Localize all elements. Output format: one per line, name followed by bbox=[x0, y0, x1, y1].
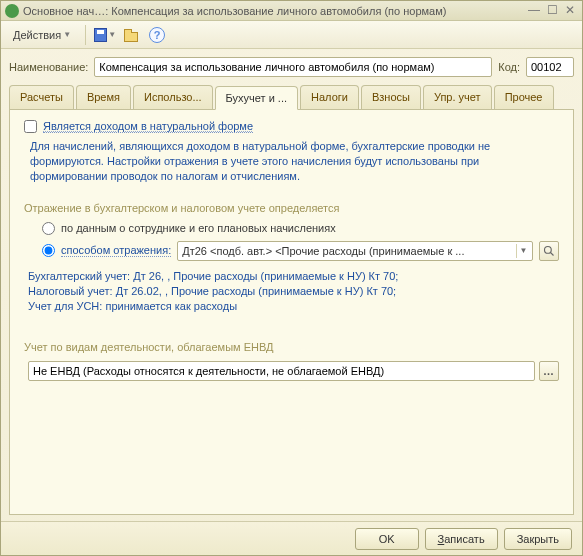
ok-button-label: OK bbox=[379, 533, 395, 545]
actions-label: Действия bbox=[13, 29, 61, 41]
close-button[interactable]: Закрыть bbox=[504, 528, 572, 550]
radio-employee[interactable] bbox=[42, 222, 55, 235]
accounting-lines: Бухгалтерский учет: Дт 26, , Прочие расх… bbox=[28, 269, 559, 315]
app-icon bbox=[5, 4, 19, 18]
dropdown-icon: ▼ bbox=[516, 244, 530, 258]
method-select-value: Дт26 <подб. авт.> <Прочие расходы (прини… bbox=[182, 245, 464, 257]
footer: OK Записать Закрыть bbox=[1, 521, 582, 555]
svg-point-0 bbox=[545, 246, 552, 253]
accounting-line-label: Налоговый учет: bbox=[28, 285, 113, 297]
radio-method[interactable] bbox=[42, 244, 55, 257]
body: Наименование: Код: Расчеты Время Использ… bbox=[1, 49, 582, 521]
actions-menu[interactable]: Действия ▼ bbox=[7, 27, 77, 43]
code-label: Код: bbox=[498, 61, 520, 73]
natural-income-checkbox[interactable] bbox=[24, 120, 37, 133]
accounting-line: Учет для УСН: принимается как расходы bbox=[28, 299, 559, 314]
window: Основное нач…: Компенсация за использова… bbox=[0, 0, 583, 556]
window-title: Основное нач…: Компенсация за использова… bbox=[23, 5, 524, 17]
tab-contrib[interactable]: Взносы bbox=[361, 85, 421, 109]
natural-income-row: Является доходом в натуральной форме bbox=[24, 120, 559, 133]
section-reflect-title: Отражение в бухгалтерском и налоговом уч… bbox=[24, 202, 559, 214]
svg-line-1 bbox=[551, 252, 554, 255]
close-window-button[interactable]: ✕ bbox=[562, 4, 578, 18]
folder-icon bbox=[124, 32, 138, 42]
code-input[interactable] bbox=[526, 57, 574, 77]
header-row: Наименование: Код: bbox=[9, 57, 574, 77]
toolbar-separator bbox=[85, 25, 86, 45]
close-button-label: Закрыть bbox=[517, 533, 559, 545]
natural-income-help: Для начислений, являющихся доходом в нат… bbox=[30, 139, 553, 184]
tab-time[interactable]: Время bbox=[76, 85, 131, 109]
open-button[interactable] bbox=[120, 24, 142, 46]
maximize-button[interactable]: ☐ bbox=[544, 4, 560, 18]
titlebar: Основное нач…: Компенсация за использова… bbox=[1, 1, 582, 21]
name-label: Наименование: bbox=[9, 61, 88, 73]
accounting-line-label: Учет для УСН: bbox=[28, 300, 102, 312]
chevron-down-icon: ▼ bbox=[63, 30, 71, 39]
accounting-line: Налоговый учет: Дт 26.02, , Прочие расхо… bbox=[28, 284, 559, 299]
toolbar: Действия ▼ ▼ ? bbox=[1, 21, 582, 49]
tab-taxes[interactable]: Налоги bbox=[300, 85, 359, 109]
accounting-line-label: Бухгалтерский учет: bbox=[28, 270, 130, 282]
chevron-down-icon: ▼ bbox=[108, 30, 116, 39]
radio-employee-row: по данным о сотруднике и его плановых на… bbox=[42, 222, 559, 235]
envd-row: … bbox=[28, 361, 559, 381]
radio-method-row: способом отражения: Дт26 <подб. авт.> <П… bbox=[42, 241, 559, 261]
envd-input[interactable] bbox=[28, 361, 535, 381]
tab-usage[interactable]: Использо... bbox=[133, 85, 213, 109]
ok-button[interactable]: OK bbox=[355, 528, 419, 550]
radio-method-label[interactable]: способом отражения: bbox=[61, 244, 171, 257]
accounting-line-value: Дт 26.02, , Прочие расходы (принимаемые … bbox=[116, 285, 396, 297]
method-select[interactable]: Дт26 <подб. авт.> <Прочие расходы (прини… bbox=[177, 241, 533, 261]
search-icon bbox=[543, 245, 555, 257]
lookup-button[interactable] bbox=[539, 241, 559, 261]
tab-page-accounting: Является доходом в натуральной форме Для… bbox=[9, 110, 574, 515]
accounting-line-value: принимается как расходы bbox=[105, 300, 237, 312]
tab-accounting[interactable]: Бухучет и ... bbox=[215, 86, 298, 110]
envd-choose-button[interactable]: … bbox=[539, 361, 559, 381]
radio-employee-label: по данным о сотруднике и его плановых на… bbox=[61, 222, 336, 234]
floppy-icon bbox=[94, 28, 107, 42]
natural-income-label[interactable]: Является доходом в натуральной форме bbox=[43, 120, 253, 133]
save-button[interactable]: Записать bbox=[425, 528, 498, 550]
section-envd-title: Учет по видам деятельности, облагаемым Е… bbox=[24, 341, 559, 353]
accounting-line-value: Дт 26, , Прочие расходы (принимаемые к Н… bbox=[133, 270, 398, 282]
name-input[interactable] bbox=[94, 57, 492, 77]
minimize-button[interactable]: — bbox=[526, 4, 542, 18]
save-split-button[interactable]: ▼ bbox=[94, 24, 116, 46]
help-button[interactable]: ? bbox=[146, 24, 168, 46]
tab-calc[interactable]: Расчеты bbox=[9, 85, 74, 109]
accounting-line: Бухгалтерский учет: Дт 26, , Прочие расх… bbox=[28, 269, 559, 284]
tab-other[interactable]: Прочее bbox=[494, 85, 554, 109]
help-icon: ? bbox=[149, 27, 165, 43]
tab-strip: Расчеты Время Использо... Бухучет и ... … bbox=[9, 85, 574, 110]
save-button-label: Записать bbox=[438, 533, 485, 545]
tab-mgmt[interactable]: Упр. учет bbox=[423, 85, 492, 109]
